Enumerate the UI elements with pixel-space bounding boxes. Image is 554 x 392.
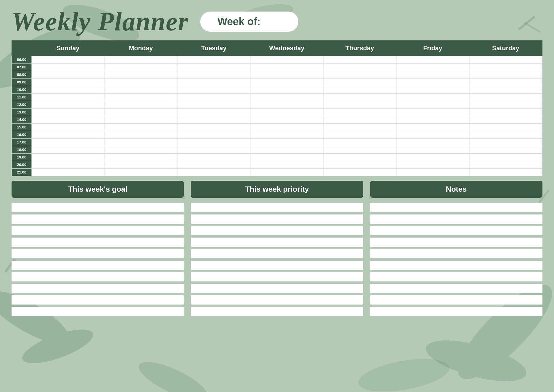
schedule-cell[interactable]: [469, 138, 542, 146]
schedule-cell[interactable]: [177, 93, 250, 101]
priority-line-2[interactable]: [191, 214, 363, 224]
schedule-cell[interactable]: [31, 108, 104, 116]
schedule-cell[interactable]: [177, 86, 250, 93]
schedule-cell[interactable]: [104, 93, 177, 101]
schedule-cell[interactable]: [323, 138, 396, 146]
schedule-cell[interactable]: [104, 86, 177, 93]
schedule-cell[interactable]: [469, 78, 542, 86]
schedule-cell[interactable]: [177, 123, 250, 131]
schedule-cell[interactable]: [177, 63, 250, 71]
schedule-cell[interactable]: [469, 108, 542, 116]
schedule-cell[interactable]: [323, 71, 396, 78]
goal-line-8[interactable]: [12, 284, 184, 293]
schedule-cell[interactable]: [104, 56, 177, 63]
schedule-cell[interactable]: [177, 146, 250, 153]
schedule-cell[interactable]: [177, 78, 250, 86]
schedule-cell[interactable]: [31, 153, 104, 161]
priority-line-3[interactable]: [191, 226, 363, 235]
schedule-cell[interactable]: [250, 86, 323, 93]
schedule-cell[interactable]: [104, 146, 177, 153]
schedule-cell[interactable]: [250, 101, 323, 108]
schedule-cell[interactable]: [323, 101, 396, 108]
schedule-cell[interactable]: [31, 71, 104, 78]
schedule-cell[interactable]: [250, 138, 323, 146]
week-of-box[interactable]: Week of:: [200, 12, 298, 32]
schedule-cell[interactable]: [469, 168, 542, 176]
schedule-cell[interactable]: [323, 63, 396, 71]
goal-line-2[interactable]: [12, 214, 184, 224]
notes-line-3[interactable]: [370, 226, 542, 235]
schedule-cell[interactable]: [31, 131, 104, 138]
schedule-cell[interactable]: [323, 116, 396, 123]
schedule-cell[interactable]: [31, 93, 104, 101]
schedule-cell[interactable]: [31, 56, 104, 63]
schedule-cell[interactable]: [396, 108, 469, 116]
schedule-cell[interactable]: [31, 138, 104, 146]
schedule-cell[interactable]: [250, 108, 323, 116]
schedule-cell[interactable]: [31, 86, 104, 93]
schedule-cell[interactable]: [250, 116, 323, 123]
schedule-cell[interactable]: [396, 146, 469, 153]
schedule-cell[interactable]: [250, 123, 323, 131]
schedule-cell[interactable]: [31, 168, 104, 176]
schedule-cell[interactable]: [104, 153, 177, 161]
schedule-cell[interactable]: [250, 63, 323, 71]
schedule-cell[interactable]: [177, 168, 250, 176]
schedule-cell[interactable]: [177, 161, 250, 168]
notes-line-9[interactable]: [370, 295, 542, 305]
schedule-cell[interactable]: [104, 138, 177, 146]
schedule-cell[interactable]: [323, 168, 396, 176]
notes-line-2[interactable]: [370, 214, 542, 224]
goal-line-5[interactable]: [12, 249, 184, 258]
schedule-cell[interactable]: [177, 138, 250, 146]
schedule-cell[interactable]: [323, 86, 396, 93]
schedule-cell[interactable]: [104, 161, 177, 168]
notes-line-6[interactable]: [370, 261, 542, 270]
schedule-cell[interactable]: [323, 123, 396, 131]
goal-line-3[interactable]: [12, 226, 184, 235]
goal-line-7[interactable]: [12, 272, 184, 281]
schedule-cell[interactable]: [396, 116, 469, 123]
notes-line-10[interactable]: [370, 307, 542, 316]
notes-line-7[interactable]: [370, 272, 542, 281]
priority-line-7[interactable]: [191, 272, 363, 281]
schedule-cell[interactable]: [396, 93, 469, 101]
schedule-cell[interactable]: [31, 63, 104, 71]
schedule-cell[interactable]: [469, 93, 542, 101]
goal-line-4[interactable]: [12, 238, 184, 247]
schedule-cell[interactable]: [469, 56, 542, 63]
schedule-cell[interactable]: [396, 123, 469, 131]
schedule-cell[interactable]: [396, 56, 469, 63]
notes-line-8[interactable]: [370, 284, 542, 293]
schedule-cell[interactable]: [469, 63, 542, 71]
schedule-cell[interactable]: [177, 71, 250, 78]
schedule-cell[interactable]: [469, 153, 542, 161]
goal-line-9[interactable]: [12, 295, 184, 305]
schedule-cell[interactable]: [323, 161, 396, 168]
goal-line-6[interactable]: [12, 261, 184, 270]
priority-line-10[interactable]: [191, 307, 363, 316]
schedule-cell[interactable]: [31, 78, 104, 86]
priority-line-1[interactable]: [191, 203, 363, 212]
schedule-cell[interactable]: [469, 86, 542, 93]
priority-line-6[interactable]: [191, 261, 363, 270]
schedule-cell[interactable]: [469, 131, 542, 138]
schedule-cell[interactable]: [31, 116, 104, 123]
schedule-cell[interactable]: [469, 146, 542, 153]
schedule-cell[interactable]: [250, 93, 323, 101]
schedule-cell[interactable]: [396, 161, 469, 168]
schedule-cell[interactable]: [31, 146, 104, 153]
schedule-cell[interactable]: [323, 153, 396, 161]
schedule-cell[interactable]: [323, 93, 396, 101]
schedule-cell[interactable]: [396, 131, 469, 138]
schedule-cell[interactable]: [177, 153, 250, 161]
schedule-cell[interactable]: [323, 131, 396, 138]
notes-line-5[interactable]: [370, 249, 542, 258]
notes-line-1[interactable]: [370, 203, 542, 212]
schedule-cell[interactable]: [31, 161, 104, 168]
schedule-cell[interactable]: [469, 116, 542, 123]
schedule-cell[interactable]: [396, 71, 469, 78]
goal-line-10[interactable]: [12, 307, 184, 316]
schedule-cell[interactable]: [469, 161, 542, 168]
schedule-cell[interactable]: [177, 131, 250, 138]
